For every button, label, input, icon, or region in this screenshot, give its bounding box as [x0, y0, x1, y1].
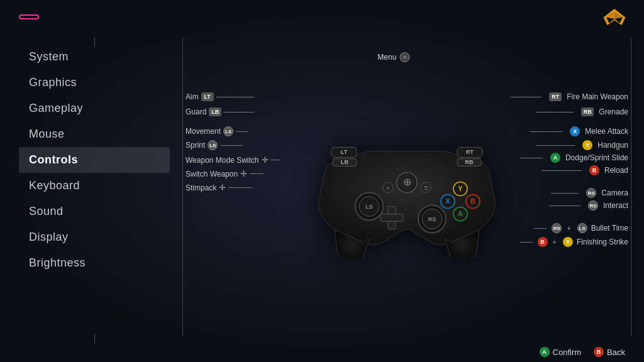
finishing-b: B [538, 237, 548, 247]
reload-key: B [589, 165, 599, 175]
melee-key: X [570, 126, 580, 136]
brand-logo [602, 8, 631, 26]
switch-weapon-key: ✛ [240, 169, 247, 178]
controller-wrapper: Menu ≡ [186, 41, 628, 331]
controller-image: LT LB RT RB ⊕ ≡ ☰ [306, 119, 508, 258]
annotation-weapon-mode: Weapon Mode Switch ✛ [186, 155, 280, 165]
controls-content: Menu ≡ [186, 41, 628, 331]
sidebar-item-mouse[interactable]: Mouse [19, 121, 170, 147]
back-label: Back [607, 348, 625, 357]
sidebar-item-graphics[interactable]: Graphics [19, 70, 170, 96]
sidebar-line-top [94, 38, 95, 47]
svg-text:A: A [458, 210, 463, 217]
annotation-stimpack: Stimpack ✛ [186, 183, 252, 192]
bullet-time-rs: RS [552, 223, 562, 233]
sidebar: System Graphics Gameplay Mouse Controls … [19, 44, 170, 337]
right-divider [631, 38, 631, 337]
camera-label: Camera [601, 189, 628, 197]
svg-text:B: B [470, 197, 475, 205]
svg-text:LT: LT [341, 149, 348, 155]
interact-key: RS [588, 200, 598, 211]
interact-label: Interact [603, 201, 628, 210]
sidebar-item-keyboard[interactable]: Keyboard [19, 173, 170, 199]
sidebar-item-brightness[interactable]: Brightness [19, 250, 170, 276]
stimpack-key: ✛ [219, 183, 226, 192]
reload-label: Reload [604, 166, 628, 175]
svg-text:LS: LS [365, 204, 373, 210]
stimpack-label: Stimpack [186, 184, 216, 192]
annotation-bullet-time: Bullet Time LS + RS [534, 223, 628, 233]
finishing-y: Y [563, 237, 573, 247]
svg-text:LB: LB [341, 159, 348, 165]
confirm-label: Confirm [553, 348, 582, 357]
fire-label: Fire Main Weapon [567, 92, 628, 101]
camera-key: RS [586, 188, 596, 198]
confirm-button-icon: A [540, 347, 550, 357]
sidebar-item-gameplay[interactable]: Gameplay [19, 96, 170, 121]
annotation-interact: Interact RS [549, 200, 628, 211]
switch-weapon-label: Switch Weapon [186, 170, 238, 178]
svg-text:☰: ☰ [424, 185, 428, 191]
bullet-time-label: Bullet Time [591, 224, 628, 233]
back-action[interactable]: B Back [594, 347, 625, 357]
sprint-label: Sprint [186, 141, 205, 150]
svg-text:X: X [445, 197, 450, 205]
grenade-key: RB [581, 107, 594, 116]
guard-label: Guard [186, 107, 206, 116]
annotation-reload: Reload B [541, 165, 628, 175]
svg-text:RT: RT [466, 149, 474, 155]
svg-text:≡: ≡ [387, 185, 390, 191]
aim-label: Aim [186, 92, 199, 101]
page-title [19, 14, 39, 19]
weapon-mode-label: Weapon Mode Switch [186, 156, 259, 165]
annotation-switch-weapon: Switch Weapon ✛ [186, 169, 264, 178]
annotation-camera: Camera RS [551, 188, 628, 198]
annotation-melee: Melee Attack X [530, 126, 628, 136]
dodge-label: Dodge/Sprint Slide [565, 153, 628, 162]
guard-key: LB [209, 107, 221, 116]
annotation-guard: Guard LB [186, 107, 254, 116]
annotation-grenade: Grenade RB [536, 107, 628, 116]
annotation-aim: Aim LT [186, 92, 254, 101]
bullet-time-ls: LS [577, 223, 587, 233]
menu-button-icon: ≡ [399, 52, 409, 62]
left-divider [182, 38, 183, 337]
annotation-handgun: Handgun Y [536, 140, 628, 150]
sidebar-item-system[interactable]: System [19, 44, 170, 70]
svg-rect-26 [380, 214, 403, 221]
sidebar-line-bottom [94, 334, 95, 343]
fire-key: RT [549, 92, 562, 101]
movement-key: LS [223, 126, 233, 136]
annotation-finishing-strike: Finishing Strike Y + B [520, 237, 628, 247]
brand-icon [602, 8, 626, 26]
sidebar-item-display[interactable]: Display [19, 224, 170, 250]
dodge-key: A [550, 153, 560, 163]
menu-label-annotation: Menu ≡ [377, 52, 409, 62]
bottom-bar: A Confirm B Back [540, 347, 625, 357]
header [19, 8, 631, 26]
movement-label: Movement [186, 127, 221, 136]
grenade-label: Grenade [599, 107, 628, 116]
sidebar-item-controls[interactable]: Controls [19, 147, 170, 173]
melee-label: Melee Attack [585, 127, 628, 136]
annotation-movement: Movement LS [186, 126, 248, 136]
sprint-key: LS [208, 140, 218, 150]
aim-key: LT [201, 92, 214, 101]
sidebar-item-sound[interactable]: Sound [19, 199, 170, 224]
svg-text:RS: RS [428, 216, 436, 222]
menu-text: Menu [377, 53, 396, 62]
confirm-action: A Confirm [540, 347, 582, 357]
finishing-strike-label: Finishing Strike [577, 238, 628, 246]
svg-text:⊕: ⊕ [403, 177, 411, 187]
annotation-fire: Fire Main Weapon RT [510, 92, 628, 101]
handgun-label: Handgun [597, 141, 628, 150]
annotation-dodge: Dodge/Sprint Slide A [520, 153, 628, 163]
back-button-icon: B [594, 347, 604, 357]
svg-text:Y: Y [458, 185, 463, 192]
weapon-mode-key: ✛ [262, 155, 269, 165]
svg-text:RB: RB [465, 159, 474, 165]
annotation-sprint: Sprint LS [186, 140, 243, 150]
handgun-key: Y [582, 140, 592, 150]
